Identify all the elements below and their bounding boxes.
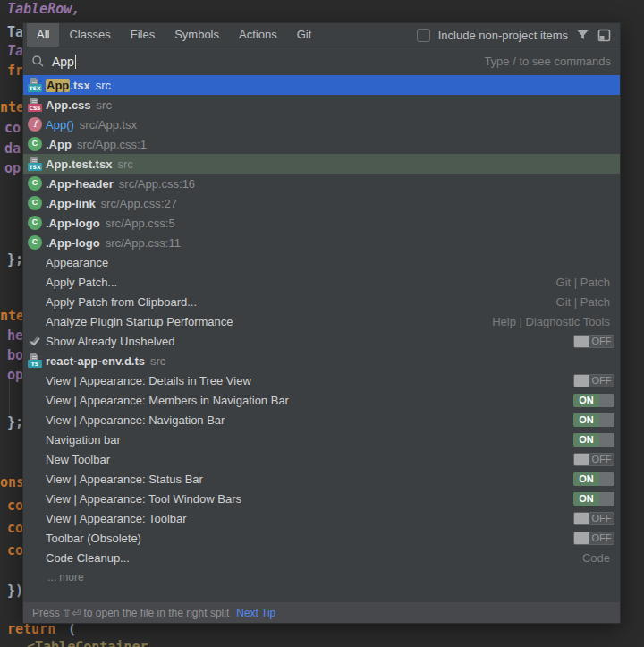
search-hint: Type / to see commands bbox=[484, 55, 611, 68]
tab-git[interactable]: Git bbox=[287, 23, 322, 47]
result-location: src bbox=[96, 79, 111, 92]
result-name: View | Appearance: Status Bar bbox=[46, 472, 203, 486]
open-in-editor-icon[interactable] bbox=[597, 29, 611, 42]
icon-spacer bbox=[28, 373, 42, 387]
code-fragment: }; bbox=[7, 414, 23, 430]
tab-symbols[interactable]: Symbols bbox=[165, 23, 229, 47]
icon-spacer bbox=[28, 413, 42, 427]
result-row[interactable]: View | Appearance: Status BarON bbox=[23, 469, 620, 489]
result-row[interactable]: fApp()src/App.tsx bbox=[23, 115, 620, 134]
result-row[interactable]: C.App-headersrc/App.css:16 bbox=[23, 174, 620, 193]
toggle-switch[interactable]: ON bbox=[573, 394, 614, 407]
toggle-switch[interactable]: OFF bbox=[573, 532, 614, 545]
result-name: Apply Patch... bbox=[46, 276, 117, 289]
toggle-switch[interactable]: ON bbox=[573, 492, 614, 506]
class-icon: C bbox=[28, 137, 42, 151]
search-input[interactable]: App Type / to see commands bbox=[23, 47, 620, 75]
code-fragment: op bbox=[7, 367, 23, 383]
result-name: .App-logo bbox=[46, 236, 100, 250]
result-row[interactable]: Code Cleanup...Code bbox=[23, 548, 620, 567]
result-row[interactable]: C.App-logosrc/App.css:11 bbox=[23, 233, 620, 252]
result-location: src/App.css:16 bbox=[119, 177, 195, 191]
result-row[interactable]: C.App-linksrc/App.css:27 bbox=[23, 193, 620, 213]
result-row[interactable]: Toolbar (Obsolete)OFF bbox=[23, 528, 620, 548]
result-row[interactable]: TSXApp.test.tsxsrc bbox=[23, 154, 620, 174]
result-row[interactable]: TSXApp.tsxsrc bbox=[23, 75, 620, 95]
class-icon: C bbox=[28, 235, 42, 250]
result-row[interactable]: Analyze Plugin Startup PerformanceHelp |… bbox=[23, 311, 620, 331]
tabs-group: AllClassesFilesSymbolsActionsGit bbox=[27, 23, 321, 47]
toggle-switch[interactable]: OFF bbox=[573, 512, 614, 525]
code-fragment: Ta bbox=[7, 43, 23, 59]
result-name: View | Appearance: Navigation Bar bbox=[46, 413, 225, 427]
next-tip-link[interactable]: Next Tip bbox=[236, 607, 275, 619]
ts-file-icon: TS bbox=[28, 353, 42, 368]
result-name: Show Already Unshelved bbox=[46, 335, 175, 348]
result-row[interactable]: View | Appearance: Tool Window BarsON bbox=[23, 489, 620, 508]
results-empty-space bbox=[23, 587, 620, 602]
result-context: Code bbox=[582, 551, 610, 565]
code-fragment: co bbox=[7, 542, 23, 558]
search-everywhere-popup: AllClassesFilesSymbolsActionsGit Include… bbox=[22, 22, 621, 624]
search-icon bbox=[31, 55, 45, 68]
result-context: Git | Patch bbox=[556, 276, 610, 289]
toggle-switch[interactable]: OFF bbox=[573, 453, 614, 466]
tsx-file-icon: TSX bbox=[28, 157, 42, 171]
result-name: App.tsx bbox=[46, 79, 90, 92]
result-name: Navigation bar bbox=[46, 433, 121, 447]
result-name: react-app-env.d.ts bbox=[46, 354, 145, 368]
result-name: .App-logo bbox=[46, 217, 100, 230]
results-list: TSXApp.tsxsrcCSSApp.csssrcfApp()src/App.… bbox=[23, 75, 620, 587]
result-row[interactable]: Apply Patch...Git | Patch bbox=[23, 272, 620, 292]
tab-all[interactable]: All bbox=[27, 23, 59, 47]
function-icon: f bbox=[28, 117, 42, 132]
result-row[interactable]: View | Appearance: Navigation BarON bbox=[23, 410, 620, 430]
code-fragment: nte bbox=[0, 308, 24, 324]
filter-icon[interactable] bbox=[576, 29, 589, 42]
toggle-switch[interactable]: ON bbox=[573, 433, 614, 447]
result-location: src/App.tsx bbox=[80, 118, 137, 132]
result-name: View | Appearance: Members in Navigation… bbox=[46, 394, 289, 407]
result-row[interactable]: CSSApp.csssrc bbox=[23, 95, 620, 115]
result-name: Analyze Plugin Startup Performance bbox=[46, 315, 233, 328]
code-fragment: fr bbox=[7, 63, 23, 79]
result-name: App.css bbox=[46, 98, 91, 112]
include-non-project-checkbox[interactable] bbox=[417, 29, 430, 42]
result-name: .App-link bbox=[46, 197, 96, 210]
result-name: .App bbox=[46, 138, 72, 151]
toggle-switch[interactable]: ON bbox=[573, 472, 614, 486]
result-row[interactable]: C.Appsrc/App.css:1 bbox=[23, 134, 620, 154]
toggle-switch[interactable]: ON bbox=[573, 413, 614, 427]
result-row[interactable]: TSreact-app-env.d.tssrc bbox=[23, 351, 620, 370]
class-icon: C bbox=[28, 216, 42, 230]
tsx-file-icon: TSX bbox=[28, 78, 42, 92]
unshelve-icon bbox=[28, 334, 42, 348]
result-name: Toolbar (Obsolete) bbox=[46, 532, 141, 545]
toggle-switch[interactable]: OFF bbox=[573, 335, 614, 348]
result-row[interactable]: View | Appearance: Details in Tree ViewO… bbox=[23, 370, 620, 390]
match-highlight: App bbox=[46, 79, 70, 92]
tab-classes[interactable]: Classes bbox=[59, 23, 120, 47]
icon-spacer bbox=[28, 314, 42, 328]
result-name: View | Appearance: Toolbar bbox=[46, 512, 187, 525]
more-results[interactable]: ... more bbox=[23, 567, 620, 587]
tab-actions[interactable]: Actions bbox=[229, 23, 287, 47]
result-row[interactable]: Navigation barON bbox=[23, 430, 620, 449]
result-location: src/App.css:5 bbox=[106, 217, 175, 230]
result-row[interactable]: View | Appearance: Members in Navigation… bbox=[23, 390, 620, 410]
tab-files[interactable]: Files bbox=[121, 23, 165, 47]
result-row[interactable]: Apply Patch from Clipboard...Git | Patch bbox=[23, 292, 620, 311]
result-row[interactable]: C.App-logosrc/App.css:5 bbox=[23, 213, 620, 233]
result-context: Git | Patch bbox=[556, 295, 610, 309]
code-fragment: TableRow, bbox=[7, 1, 80, 17]
result-row[interactable]: Show Already UnshelvedOFF bbox=[23, 331, 620, 351]
footer-hint-text: Press ⇧⏎ to open the file in the right s… bbox=[32, 607, 229, 619]
result-row[interactable]: New ToolbarOFF bbox=[23, 449, 620, 469]
include-non-project-label: Include non-project items bbox=[438, 29, 568, 42]
code-fragment: nte bbox=[0, 99, 24, 115]
footer-hint-bar: Press ⇧⏎ to open the file in the right s… bbox=[23, 602, 620, 623]
result-row[interactable]: Appearance bbox=[23, 252, 620, 272]
toggle-switch[interactable]: OFF bbox=[573, 374, 614, 387]
result-row[interactable]: View | Appearance: ToolbarOFF bbox=[23, 508, 620, 528]
icon-spacer bbox=[28, 432, 42, 447]
